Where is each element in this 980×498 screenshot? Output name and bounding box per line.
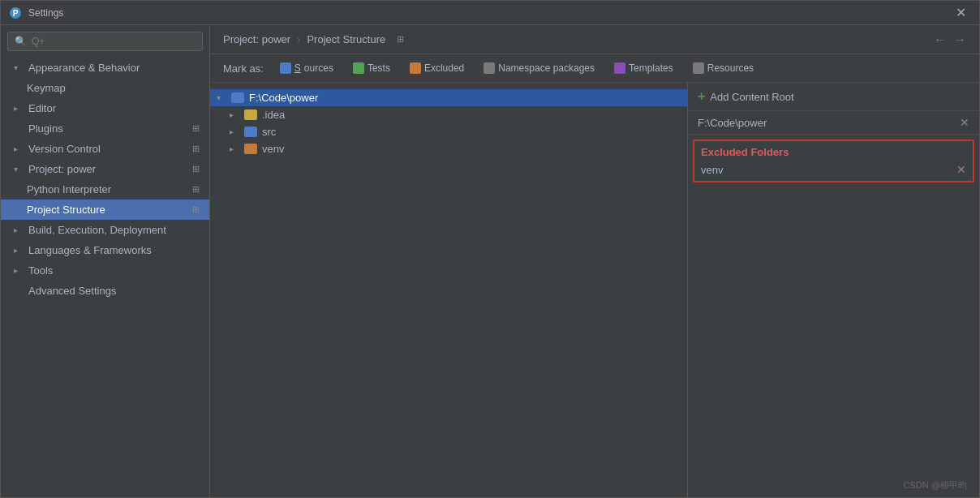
sidebar-item-keymap[interactable]: Keymap bbox=[1, 78, 209, 98]
sidebar-item-label: Appearance & Behavior bbox=[28, 62, 140, 74]
add-content-root-button[interactable]: + Add Content Root bbox=[688, 83, 979, 111]
excluded-item-venv: venv ✕ bbox=[701, 163, 966, 176]
sidebar-item-label: Version Control bbox=[28, 143, 101, 155]
ps-badge: ⊞ bbox=[192, 204, 200, 215]
sidebar-item-project-structure[interactable]: Project Structure ⊞ bbox=[1, 200, 209, 220]
sidebar-item-label: Advanced Settings bbox=[28, 285, 116, 297]
sidebar-item-editor[interactable]: ▸ Editor bbox=[1, 98, 209, 118]
sidebar-item-appearance[interactable]: ▾ Appearance & Behavior bbox=[1, 58, 209, 78]
idea-folder-icon bbox=[244, 109, 257, 120]
sources-label-rest: ources bbox=[304, 62, 333, 74]
sidebar-item-version-control[interactable]: ▸ Version Control ⊞ bbox=[1, 139, 209, 159]
main-content: 🔍 ▾ Appearance & Behavior Keymap ▸ Edito… bbox=[1, 25, 979, 497]
venv-folder-icon bbox=[244, 144, 257, 154]
mark-resources-button[interactable]: Resources bbox=[686, 61, 760, 75]
sidebar-item-label: Editor bbox=[28, 102, 56, 114]
py-badge: ⊞ bbox=[192, 184, 200, 195]
right-panel: Project: power › Project Structure ⊞ ← →… bbox=[210, 25, 979, 497]
sidebar-item-build-execution[interactable]: ▸ Build, Execution, Deployment bbox=[1, 220, 209, 240]
sidebar-item-label: Project Structure bbox=[27, 204, 105, 216]
chevron-right-icon: ▸ bbox=[14, 246, 24, 255]
breadcrumb-bar: Project: power › Project Structure ⊞ ← → bbox=[210, 25, 979, 54]
content-area: ▾ F:\Code\power ▸ .idea ▸ src bbox=[210, 83, 979, 497]
plugins-badge: ⊞ bbox=[192, 123, 200, 134]
tests-folder-icon bbox=[353, 62, 364, 74]
chevron-right-icon: ▸ bbox=[14, 104, 24, 113]
sidebar-item-label: Python Interpreter bbox=[27, 183, 111, 195]
sources-folder-icon bbox=[280, 62, 291, 74]
vc-badge: ⊞ bbox=[192, 144, 200, 154]
breadcrumb-page: Project Structure bbox=[307, 33, 385, 45]
nav-arrows: ← → bbox=[934, 32, 966, 47]
sidebar-item-plugins[interactable]: Plugins ⊞ bbox=[1, 118, 209, 139]
content-root-entry: F:\Code\power ✕ bbox=[688, 111, 979, 135]
resources-folder-icon bbox=[693, 62, 704, 74]
remove-excluded-button[interactable]: ✕ bbox=[956, 163, 966, 176]
content-root-path: F:\Code\power bbox=[698, 117, 767, 129]
content-root-panel: + Add Content Root F:\Code\power ✕ Exclu… bbox=[687, 83, 979, 497]
excluded-folder-icon bbox=[410, 62, 421, 74]
mark-sources-button[interactable]: Sources bbox=[273, 61, 340, 75]
sidebar-item-label: Plugins bbox=[28, 122, 63, 135]
sidebar-item-label: Languages & Frameworks bbox=[28, 244, 152, 256]
file-tree: ▾ F:\Code\power ▸ .idea ▸ src bbox=[210, 83, 687, 497]
tree-item-root[interactable]: ▾ F:\Code\power bbox=[210, 89, 687, 106]
chevron-right-icon: ▸ bbox=[14, 266, 24, 275]
excluded-venv-label: venv bbox=[701, 164, 723, 176]
chevron-right-icon: ▸ bbox=[14, 225, 24, 234]
search-box[interactable]: 🔍 bbox=[7, 32, 203, 51]
tree-item-venv[interactable]: ▸ venv bbox=[210, 140, 687, 157]
chevron-down-icon: ▾ bbox=[14, 63, 24, 72]
tree-src-label: src bbox=[262, 126, 276, 138]
app-icon: P bbox=[9, 6, 22, 19]
watermark: CSDN @柳甲昀 bbox=[904, 479, 967, 492]
templates-folder-icon bbox=[614, 62, 625, 74]
tests-label: Tests bbox=[368, 62, 390, 74]
breadcrumb-separator: › bbox=[297, 33, 300, 45]
search-icon: 🔍 bbox=[15, 36, 27, 47]
sidebar-item-label: Project: power bbox=[28, 163, 96, 175]
forward-arrow[interactable]: → bbox=[953, 32, 966, 47]
mark-namespace-button[interactable]: Namespace packages bbox=[477, 61, 601, 75]
close-button[interactable]: ✕ bbox=[951, 3, 971, 22]
mark-as-bar: Mark as: Sources Tests Excluded Namespac… bbox=[210, 54, 979, 83]
sidebar-item-label: Tools bbox=[28, 264, 53, 277]
breadcrumb-project: Project: power bbox=[223, 33, 290, 45]
namespace-folder-icon bbox=[484, 62, 495, 74]
sidebar-item-advanced-settings[interactable]: Advanced Settings bbox=[1, 281, 209, 301]
tree-item-src[interactable]: ▸ src bbox=[210, 123, 687, 140]
sidebar: 🔍 ▾ Appearance & Behavior Keymap ▸ Edito… bbox=[1, 25, 210, 497]
src-folder-icon bbox=[244, 127, 257, 137]
titlebar: P Settings ✕ bbox=[1, 1, 979, 25]
project-badge: ⊞ bbox=[192, 164, 200, 174]
sidebar-item-python-interpreter[interactable]: Python Interpreter ⊞ bbox=[1, 179, 209, 200]
back-arrow[interactable]: ← bbox=[934, 32, 947, 47]
sidebar-item-label: Build, Execution, Deployment bbox=[28, 224, 166, 236]
sidebar-item-tools[interactable]: ▸ Tools bbox=[1, 260, 209, 281]
mark-templates-button[interactable]: Templates bbox=[608, 61, 680, 75]
search-input[interactable] bbox=[32, 36, 196, 47]
mark-as-label: Mark as: bbox=[223, 62, 264, 75]
chevron-right-icon: ▸ bbox=[14, 144, 24, 153]
tree-venv-label: venv bbox=[262, 143, 284, 155]
tree-item-idea[interactable]: ▸ .idea bbox=[210, 106, 687, 123]
svg-text:P: P bbox=[13, 9, 19, 18]
sidebar-item-languages[interactable]: ▸ Languages & Frameworks bbox=[1, 240, 209, 260]
window-title: Settings bbox=[28, 7, 951, 19]
root-folder-icon bbox=[231, 92, 244, 103]
namespace-label: Namespace packages bbox=[498, 62, 595, 74]
sidebar-item-label: Keymap bbox=[27, 82, 66, 94]
excluded-folders-section: Excluded Folders venv ✕ bbox=[693, 140, 974, 182]
templates-label: Templates bbox=[629, 62, 673, 74]
chevron-right-icon: ▸ bbox=[230, 144, 239, 153]
breadcrumb-settings-icon: ⊞ bbox=[397, 34, 404, 45]
mark-excluded-button[interactable]: Excluded bbox=[403, 61, 471, 75]
tree-root-label: F:\Code\power bbox=[249, 92, 318, 104]
chevron-right-icon: ▸ bbox=[230, 110, 239, 119]
mark-tests-button[interactable]: Tests bbox=[346, 61, 397, 75]
remove-content-root-button[interactable]: ✕ bbox=[960, 116, 969, 129]
sidebar-item-project-power[interactable]: ▾ Project: power ⊞ bbox=[1, 159, 209, 179]
chevron-down-icon: ▾ bbox=[217, 93, 226, 102]
chevron-right-icon: ▸ bbox=[230, 127, 239, 136]
settings-window: P Settings ✕ 🔍 ▾ Appearance & Behavior K… bbox=[0, 0, 980, 498]
